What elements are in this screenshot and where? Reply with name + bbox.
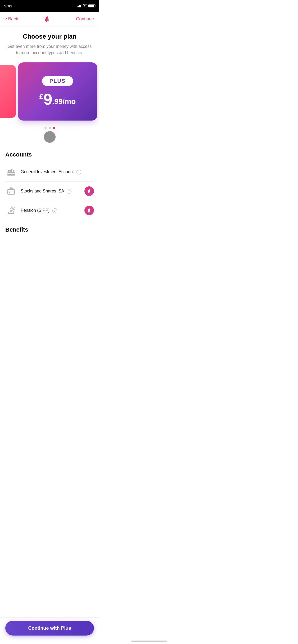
status-time: 9:41 <box>4 4 12 8</box>
plan-price: £ 9 .99/mo <box>39 91 76 107</box>
general-investment-name: General Investment Account i <box>21 169 94 174</box>
back-button[interactable]: ‹ Back <box>5 16 18 22</box>
carousel-prev-card <box>0 65 16 118</box>
account-item-sipp[interactable]: £ Pension (SIPP) i <box>5 201 94 220</box>
flame-logo-icon <box>44 16 51 22</box>
accounts-section: Accounts General Investment Account i <box>0 147 99 224</box>
back-label: Back <box>8 16 18 22</box>
carousel-dot-0[interactable] <box>44 127 47 129</box>
benefits-section-title: Benefits <box>5 226 94 233</box>
svg-text:£: £ <box>13 208 14 210</box>
svg-point-14 <box>11 207 12 208</box>
back-chevron-icon: ‹ <box>5 16 7 22</box>
sipp-info-icon[interactable]: i <box>52 208 57 213</box>
svg-rect-6 <box>10 174 12 176</box>
sipp-icon: £ <box>5 205 17 216</box>
app-logo <box>44 16 51 22</box>
price-large: 9 <box>43 91 52 107</box>
isa-name: Stocks and Shares ISA i <box>21 189 84 194</box>
drag-indicator <box>44 131 56 143</box>
plan-badge-text: PLUS <box>49 78 66 84</box>
sipp-name: Pension (SIPP) i <box>21 208 84 213</box>
header-section: Choose your plan Get even more from your… <box>0 26 99 60</box>
page-subtitle: Get even more from your money with acces… <box>7 43 92 56</box>
price-symbol: £ <box>39 93 44 101</box>
plan-badge: PLUS <box>42 76 73 86</box>
carousel-section[interactable]: PLUS £ 9 .99/mo <box>0 62 99 147</box>
price-decimal: .99/mo <box>52 97 76 106</box>
status-icons <box>77 4 95 8</box>
isa-icon <box>5 185 17 197</box>
status-bar: 9:41 <box>0 0 99 12</box>
battery-icon <box>88 4 95 7</box>
account-item-isa[interactable]: Stocks and Shares ISA i <box>5 182 94 201</box>
carousel-dot-1[interactable] <box>49 127 51 129</box>
svg-rect-0 <box>7 172 15 173</box>
benefits-section: Benefits <box>0 224 99 269</box>
isa-brand-badge <box>84 186 94 196</box>
account-item-general[interactable]: General Investment Account i <box>5 162 94 182</box>
carousel-wrapper: PLUS £ 9 .99/mo <box>0 62 99 121</box>
isa-info-icon[interactable]: i <box>67 189 71 194</box>
svg-rect-7 <box>8 190 15 194</box>
carousel-dot-2[interactable] <box>53 127 55 129</box>
accounts-section-title: Accounts <box>5 151 94 158</box>
svg-rect-12 <box>9 192 10 193</box>
continue-nav-button[interactable]: Continue <box>76 16 94 22</box>
nav-bar: ‹ Back Continue <box>0 12 99 26</box>
wifi-icon <box>83 4 87 8</box>
carousel-dots <box>0 125 99 131</box>
general-investment-icon <box>5 166 17 178</box>
page-title: Choose your plan <box>5 33 94 40</box>
main-content: Choose your plan Get even more from your… <box>0 26 99 269</box>
general-investment-info-icon[interactable]: i <box>76 170 81 174</box>
plus-plan-card[interactable]: PLUS £ 9 .99/mo <box>18 62 97 121</box>
signal-icon <box>77 4 81 7</box>
sipp-brand-badge <box>84 206 94 215</box>
